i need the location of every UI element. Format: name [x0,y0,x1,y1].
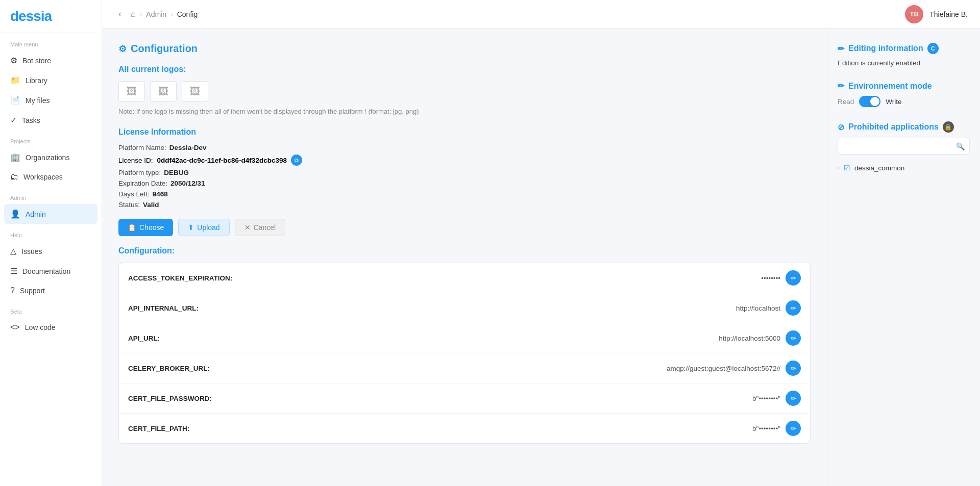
env-read-label: Read [838,98,854,106]
logo-row: 🖼 🖼 🖼 [118,81,811,101]
platform-name-label: Platform Name: [118,144,166,151]
sidebar-item-label: Tasks [22,116,40,124]
organizations-icon: 🏢 [10,152,20,162]
low-code-icon: <> [10,323,20,332]
breadcrumb-config: Config [177,10,198,18]
avatar[interactable]: TB [905,5,923,23]
breadcrumb-sep-2: › [170,10,173,18]
sidebar-item-low-code[interactable]: <> Low code [0,318,102,337]
prohibited-title: ⊘ Prohibited applications 🔒 [838,121,970,133]
config-edit-button[interactable]: ✏ [786,361,801,376]
license-platform-name: Platform Name: Dessia-Dev [118,144,811,151]
config-section-title: Configuration: [118,246,811,255]
copy-license-id-button[interactable]: ⧉ [291,155,302,166]
config-section-heading: ⚙ Configuration [118,43,811,55]
sidebar-item-label: Support [20,287,45,295]
status-value: Valid [143,201,159,209]
sidebar-item-support[interactable]: ? Support [0,281,102,300]
back-button[interactable]: ‹ [114,7,126,21]
env-mode-toggle[interactable] [859,96,880,107]
config-row: CERT_FILE_PASSWORD: b"••••••••" ✏ [119,383,810,414]
tasks-icon: ✓ [10,115,17,125]
upload-icon: ⬆ [188,223,194,232]
logos-title: All current logos: [118,65,811,74]
sidebar-item-label: My files [26,96,50,105]
config-value: amqp://guest:guest@localhost:5672// [667,365,780,372]
platform-type-value: DEBUG [164,169,189,176]
help-label: Help [0,224,102,241]
expiration-label: Expiration Date: [118,180,167,187]
main-wrapper: ‹ ⌂ › Admin › Config TB Thiefaine B. ⚙ C… [102,0,980,486]
logo-placeholder-2[interactable]: 🖼 [150,81,177,101]
breadcrumb: ⌂ › Admin › Config [131,10,198,19]
my-files-icon: 📄 [10,95,20,105]
cancel-button[interactable]: ✕ Cancel [235,219,286,236]
breadcrumb-home-icon[interactable]: ⌂ [131,10,136,19]
config-gear-icon: ⚙ [118,43,127,55]
days-left-value: 9468 [153,190,168,198]
config-value: b"••••••••" [752,395,780,402]
license-platform-type: Platform type: DEBUG [118,169,811,176]
config-val-wrap: b"••••••••" ✏ [752,421,801,436]
logo-text: dessia [10,8,52,24]
license-title: License Information [118,127,811,137]
config-value: http://localhost:5000 [719,335,780,342]
sidebar-item-label: Issues [21,247,42,255]
config-row: API_INTERNAL_URL: http://localhost ✏ [119,293,810,323]
config-edit-button[interactable]: ✏ [786,270,801,286]
prohibited-app-item[interactable]: › ☑ dessia_common [838,161,970,175]
editing-badge: C [927,43,939,54]
config-val-wrap: http://localhost:5000 ✏ [719,330,801,346]
config-value: b"••••••••" [752,425,780,432]
toggle-knob [870,97,879,106]
sidebar-item-label: Documentation [22,267,70,275]
sidebar-item-my-files[interactable]: 📄 My files [0,90,102,110]
config-card: ACCESS_TOKEN_EXPIRATION: •••••••• ✏ API_… [118,263,811,444]
issues-icon: △ [10,246,16,256]
config-val-wrap: amqp://guest:guest@localhost:5672// ✏ [667,361,801,376]
sidebar-item-organizations[interactable]: 🏢 Organizations [0,147,102,167]
sidebar-item-admin[interactable]: 👤 Admin [4,204,97,224]
logo-note: Note: If one logo is missing then all of… [118,108,811,115]
config-edit-button[interactable]: ✏ [786,330,801,346]
config-key: CELERY_BROKER_URL: [128,365,210,372]
search-icon: 🔍 [956,142,965,150]
config-edit-button[interactable]: ✏ [786,300,801,316]
editing-icon: ✏ [838,44,844,54]
sidebar-item-bot-store[interactable]: ⚙ Bot store [0,50,102,70]
sidebar-item-workspaces[interactable]: 🗂 Workspaces [0,167,102,187]
upload-button[interactable]: ⬆ Upload [178,219,229,236]
sidebar-item-label: Admin [26,210,46,218]
search-wrap: 🔍 [838,138,970,155]
platform-type-label: Platform type: [118,169,161,176]
action-buttons: 📋 Choose ⬆ Upload ✕ Cancel [118,219,811,236]
logo-placeholder-1[interactable]: 🖼 [118,81,145,101]
sidebar-item-issues[interactable]: △ Issues [0,241,102,261]
env-write-label: Write [886,98,901,106]
sidebar-item-library[interactable]: 📁 Library [0,70,102,90]
projects-label: Projects [0,130,102,147]
config-value: http://localhost [736,304,780,312]
check-icon: ☑ [844,164,850,172]
logo-placeholder-3[interactable]: 🖼 [182,81,208,101]
breadcrumb-admin[interactable]: Admin [146,10,166,18]
prohibited-search-input[interactable] [838,138,970,155]
app-label: dessia_common [854,164,904,172]
sidebar-item-documentation[interactable]: ☰ Documentation [0,261,102,281]
choose-button[interactable]: 📋 Choose [118,219,173,236]
license-id-value: 0ddf42ac-dc9c-11ef-bc86-d4f32dcbc398 [157,157,287,164]
config-row: ACCESS_TOKEN_EXPIRATION: •••••••• ✏ [119,263,810,293]
editing-title: ✏ Editing information C [838,43,970,54]
user-name: Thiefaine B. [929,10,968,18]
expiration-value: 2050/12/31 [170,180,205,187]
support-icon: ? [10,286,15,295]
sidebar-item-tasks[interactable]: ✓ Tasks [0,110,102,130]
config-row: CELERY_BROKER_URL: amqp://guest:guest@lo… [119,353,810,383]
platform-name-value: Dessia-Dev [169,144,207,151]
config-val-wrap: •••••••• ✏ [761,270,801,286]
topbar: ‹ ⌂ › Admin › Config TB Thiefaine B. [102,0,980,29]
sidebar-item-label: Low code [25,323,56,331]
config-edit-button[interactable]: ✏ [786,421,801,436]
config-edit-button[interactable]: ✏ [786,391,801,406]
breadcrumb-sep-1: › [140,10,142,18]
